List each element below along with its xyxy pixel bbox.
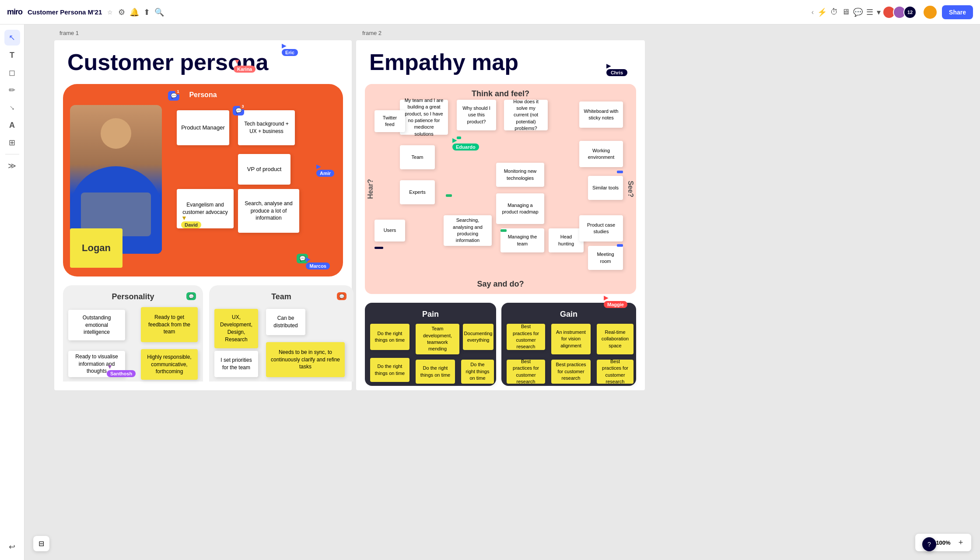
marcos-cursor: ▶ Marcos [306,256,330,270]
miro-logo: miro [7,7,22,17]
middle-sticky-5: Head hunting [549,228,584,252]
topbar-right: ‹ ⚡ ⏱ 🖥 💬 ☰ ▾ 12 Share [812,5,973,20]
star-icon[interactable]: ☆ [107,9,113,16]
person-head [101,118,131,149]
karina-cursor: ▼ Karina [234,58,256,73]
marker-tool[interactable]: A [4,117,20,133]
frame1-label: frame 1 [60,30,79,36]
see-sticky-4: Product case studies [579,215,623,242]
think-sticky-1: My team and I are building a great produ… [400,100,448,135]
left-toolbar: ↖ T ◻ ✏ → A ⊞ ≫ ↩ [0,24,24,560]
hear-sticky-experts: Experts [400,180,435,204]
personality-comment[interactable]: 💬 [186,292,196,300]
team-sticky-3: I set priorities for the team [214,351,258,377]
hear-sticky-twitter: Twitter feed [374,110,405,132]
zoom-in-button[interactable]: + [956,537,966,548]
settings-icon[interactable]: ⚙ [118,7,125,17]
pen-tool[interactable]: ✏ [4,82,20,98]
canvas[interactable]: frame 1 Customer persona ▼ Karina Person… [24,24,980,560]
share-button[interactable]: Share [942,5,973,19]
personality-title: Personality [70,292,196,301]
middle-sticky-3: Monitoring new technologies [496,163,544,187]
green-dot-3 [500,229,507,232]
more-tools[interactable]: ≫ [4,158,20,174]
role-sticky-2: Tech background + UX + business [238,110,295,145]
team-comment[interactable]: 💬 [337,292,346,300]
pain-card: Pain Do the right things on time Team de… [365,303,496,386]
team-sticky-2: Can be distributed [266,309,305,335]
toolbar-divider [5,154,19,154]
undo-tool[interactable]: ↩ [4,539,20,555]
top-bar: miro Customer Persona M'21 ☆ ⚙ 🔔 ⬆ 🔍 ‹ ⚡… [0,0,980,24]
gain-sticky-1: Best practices for customer research [507,324,545,350]
middle-sticky-4: Managing the team [500,228,544,252]
upload-icon[interactable]: ⬆ [144,7,150,17]
think-sticky-3: How does it solve my current (not potent… [504,100,548,130]
pain-sticky-2: Team development, teamwork mending [416,324,459,354]
amir-cursor: ▶ Amir [316,163,334,177]
dark-bar [374,247,383,249]
santhosh-cursor: ▼ Santhosh [107,363,136,377]
timer-icon[interactable]: ⏱ [830,7,838,17]
gain-sticky-2: An instrument for vision alignment [551,324,591,354]
gain-card: Gain ▶ Maggie Best practices for custome… [501,303,636,386]
pain-sticky-6: Do the right things on time [461,360,494,384]
personality-yellow-2: Highly responsible, communicative, forth… [141,349,198,380]
chevron-down-icon[interactable]: ▾ [877,7,881,17]
comment-bubble-1[interactable]: 💬 1 [168,91,179,101]
gain-sticky-5: Best practices for customer research [551,360,591,384]
eduardo-cursor: ▶ Eduardo [452,136,479,150]
eric-cursor: ▶ Eric [282,42,298,56]
toolbar-bottom: ↩ [4,539,20,555]
comment-bubble-2[interactable]: 💬 3 [233,106,244,116]
topbar-icons: ⚙ 🔔 ⬆ 🔍 [118,7,164,17]
pain-title: Pain [372,310,489,319]
avatar-count[interactable]: 12 [903,6,917,19]
zoom-level: 100% [934,539,952,546]
back-icon[interactable]: ‹ [812,8,814,16]
persona-card: Persona Logan 💬 1 💬 3 Product Manage [63,84,343,276]
help-button[interactable]: ? [922,537,936,551]
maggie-cursor: ▶ Maggie [604,294,627,308]
pages-button[interactable]: ⊟ [33,536,49,551]
menu-icon[interactable]: ☰ [866,7,873,17]
search-icon[interactable]: 🔍 [154,7,164,17]
role-sticky-1: Product Manager [177,110,229,145]
frame-tool[interactable]: ⊞ [4,135,20,150]
pain-sticky-3: Documenting everything [463,324,494,350]
screen-icon[interactable]: 🖥 [842,7,850,17]
text-tool[interactable]: T [4,47,20,63]
hear-label: Hear? [367,179,374,199]
see-sticky-2: Working environment [579,141,623,167]
current-user-avatar[interactable] [923,5,938,20]
personality-yellow-1: Ready to get feedback from the team [141,307,198,342]
gain-title: Gain [508,310,629,319]
blue-dot-1 [617,171,623,173]
notifications-icon[interactable]: 🔔 [130,7,139,17]
lightning-icon[interactable]: ⚡ [817,7,827,17]
empathy-map: Think and feel? Hear? See? Say and do? ▶… [365,84,636,294]
right-icons: ‹ ⚡ ⏱ 🖥 💬 ☰ ▾ [812,7,881,17]
hear-sticky-users: Users [374,220,405,242]
comment-icon[interactable]: 💬 [853,7,863,17]
team-sticky-4: Needs to be in sync, to continuously cla… [266,342,345,377]
pain-sticky-4: Do the right things on time [370,358,410,382]
green-dot-2 [446,194,452,197]
team-section: Team 💬 UX, Development, Design, Research… [209,285,354,382]
role-sticky-3: VP of product [238,154,290,185]
team-sticky-1: UX, Development, Design, Research [214,309,258,348]
select-tool[interactable]: ↖ [4,30,20,46]
frame1: Customer persona ▼ Karina Persona Logan … [54,40,352,390]
middle-sticky-1: Searching, analysing and producing infor… [444,215,492,246]
personality-section: Personality 💬 Outstanding emotional inte… [63,285,203,382]
shapes-tool[interactable]: ◻ [4,65,20,80]
pain-sticky-1: Do the right things on time [370,324,410,350]
personality-item-1: Outstanding emotional intelligence [68,310,125,340]
board-title[interactable]: Customer Persona M'21 [28,8,102,16]
hear-sticky-team: Team [400,145,435,169]
arrow-tool[interactable]: → [1,97,23,119]
see-sticky-1: Whiteboard with sticky notes [579,102,623,128]
david-cursor: ▼ David [181,214,201,228]
persona-card-label: Persona [70,91,336,99]
think-sticky-2: Why should I use this product? [457,100,496,130]
